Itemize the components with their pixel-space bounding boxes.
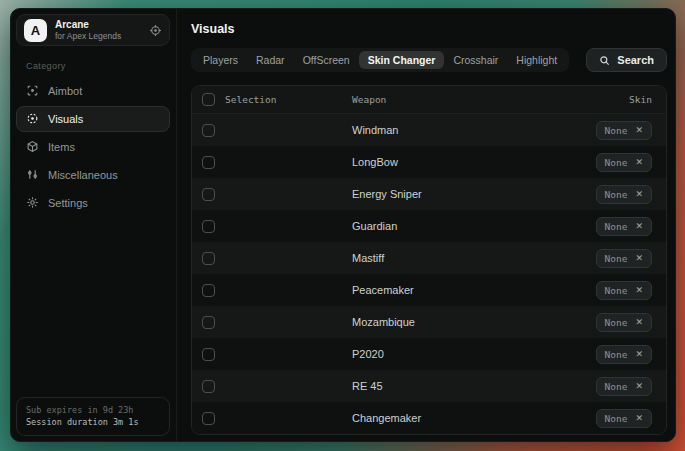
tab-players[interactable]: Players (194, 51, 247, 69)
subscription-info-box: Sub expires in 9d 23h Session duration 3… (16, 397, 170, 437)
visuals-scan-icon (26, 112, 39, 127)
row-checkbox[interactable] (202, 284, 215, 297)
skin-value: None (605, 381, 628, 392)
table-row: LongBow None ✕ (192, 146, 666, 178)
weapon-name: Windman (352, 124, 542, 136)
skin-value: None (605, 125, 628, 136)
sidebar-item-items[interactable]: Items (16, 134, 170, 160)
skin-select-button[interactable]: None ✕ (596, 121, 652, 140)
table-row: Mozambique None ✕ (192, 306, 666, 338)
app-header: A Arcane for Apex Legends (16, 14, 170, 46)
skin-select-button[interactable]: None ✕ (596, 217, 652, 236)
row-checkbox[interactable] (202, 348, 215, 361)
clear-skin-icon[interactable]: ✕ (635, 285, 643, 295)
tab-highlight[interactable]: Highlight (507, 51, 566, 69)
clear-skin-icon[interactable]: ✕ (635, 317, 643, 327)
weapon-name: P2020 (352, 348, 542, 360)
select-all-checkbox[interactable] (202, 93, 215, 106)
skin-select-button[interactable]: None ✕ (596, 153, 652, 172)
table-row: Peacemaker None ✕ (192, 274, 666, 306)
skin-select-button[interactable]: None ✕ (596, 185, 652, 204)
table-row: Windman None ✕ (192, 114, 666, 146)
clear-skin-icon[interactable]: ✕ (635, 157, 643, 167)
tab-crosshair[interactable]: Crosshair (444, 51, 507, 69)
column-header-skin: Skin (629, 94, 652, 105)
skin-value: None (605, 253, 628, 264)
sidebar-item-miscellaneous[interactable]: Miscellaneous (16, 162, 170, 188)
skin-select-button[interactable]: None ✕ (596, 409, 652, 428)
table-header: Selection Weapon Skin (192, 86, 666, 114)
settings-gear-icon (26, 196, 39, 211)
weapon-name: Energy Sniper (352, 188, 542, 200)
row-checkbox[interactable] (202, 316, 215, 329)
clear-skin-icon[interactable]: ✕ (635, 253, 643, 263)
table-row: Mastiff None ✕ (192, 242, 666, 274)
tab-radar[interactable]: Radar (247, 51, 294, 69)
skin-value: None (605, 349, 628, 360)
misc-sliders-icon (26, 168, 39, 183)
app-window: A Arcane for Apex Legends Category (10, 8, 676, 442)
skin-value: None (605, 157, 628, 168)
sidebar-item-label: Items (48, 141, 75, 153)
skin-select-button[interactable]: None ✕ (596, 249, 652, 268)
weapon-name: Peacemaker (352, 284, 542, 296)
skin-select-button[interactable]: None ✕ (596, 377, 652, 396)
skin-changer-table: Selection Weapon Skin Windman None ✕ Lon… (191, 85, 667, 435)
row-checkbox[interactable] (202, 124, 215, 137)
tabs-strip: Players Radar OffScreen Skin Changer Cro… (191, 48, 569, 72)
skin-value: None (605, 221, 628, 232)
search-icon (599, 55, 610, 66)
items-cube-icon (26, 140, 39, 155)
row-checkbox[interactable] (202, 156, 215, 169)
row-checkbox[interactable] (202, 252, 215, 265)
session-duration-text: Session duration 3m 1s (26, 416, 160, 429)
sidebar-item-label: Settings (48, 197, 88, 209)
clear-skin-icon[interactable]: ✕ (635, 381, 643, 391)
weapon-name: Changemaker (352, 412, 542, 424)
skin-value: None (605, 317, 628, 328)
column-header-weapon: Weapon (352, 94, 542, 105)
table-row: P2020 None ✕ (192, 338, 666, 370)
weapon-name: Mastiff (352, 252, 542, 264)
skin-select-button[interactable]: None ✕ (596, 345, 652, 364)
skin-select-button[interactable]: None ✕ (596, 313, 652, 332)
clear-skin-icon[interactable]: ✕ (635, 413, 643, 423)
table-row: Energy Sniper None ✕ (192, 178, 666, 210)
sidebar-item-label: Visuals (48, 113, 83, 125)
page-title: Visuals (191, 23, 667, 36)
skin-value: None (605, 189, 628, 200)
app-logo: A (24, 19, 47, 42)
clear-skin-icon[interactable]: ✕ (635, 221, 643, 231)
clear-skin-icon[interactable]: ✕ (635, 125, 643, 135)
weapon-name: LongBow (352, 156, 542, 168)
weapon-name: Guardian (352, 220, 542, 232)
sidebar-item-label: Miscellaneous (48, 169, 118, 181)
search-button-label: Search (617, 54, 654, 66)
sidebar-nav: Aimbot Visuals Items (16, 78, 170, 216)
table-row: RE 45 None ✕ (192, 370, 666, 402)
tab-skin-changer[interactable]: Skin Changer (359, 51, 445, 69)
sidebar-item-aimbot[interactable]: Aimbot (16, 78, 170, 104)
app-subtitle: for Apex Legends (55, 31, 121, 41)
tab-offscreen[interactable]: OffScreen (294, 51, 359, 69)
target-icon[interactable] (149, 24, 162, 37)
sidebar-item-visuals[interactable]: Visuals (16, 106, 170, 132)
skin-value: None (605, 285, 628, 296)
tabs-row: Players Radar OffScreen Skin Changer Cro… (191, 48, 667, 72)
column-header-selection: Selection (225, 94, 276, 105)
clear-skin-icon[interactable]: ✕ (635, 349, 643, 359)
weapon-name: RE 45 (352, 380, 542, 392)
row-checkbox[interactable] (202, 220, 215, 233)
row-checkbox[interactable] (202, 380, 215, 393)
table-row: Changemaker None ✕ (192, 402, 666, 434)
app-title: Arcane (55, 19, 121, 30)
skin-value: None (605, 413, 628, 424)
clear-skin-icon[interactable]: ✕ (635, 189, 643, 199)
skin-select-button[interactable]: None ✕ (596, 281, 652, 300)
category-label: Category (26, 61, 170, 71)
sidebar: A Arcane for Apex Legends Category (11, 9, 177, 441)
row-checkbox[interactable] (202, 188, 215, 201)
row-checkbox[interactable] (202, 412, 215, 425)
search-button[interactable]: Search (586, 48, 667, 72)
sidebar-item-settings[interactable]: Settings (16, 190, 170, 216)
